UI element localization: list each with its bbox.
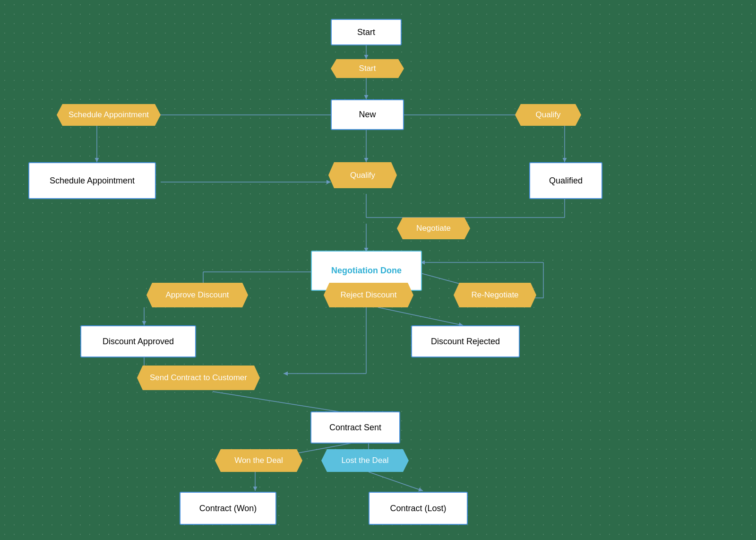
qualify-action-2-node: Qualify <box>328 162 397 188</box>
schedule-appointment-action-node: Schedule Appointment <box>57 104 161 126</box>
won-deal-action-text: Won the Deal <box>234 456 283 465</box>
negotiation-done-state-text: Negotiation Done <box>331 266 402 276</box>
qualify-action-1-node: Qualify <box>515 104 581 126</box>
renegotiate-action-node: Re-Negotiate <box>454 283 536 307</box>
start-label-text: Start <box>357 27 375 37</box>
contract-lost-state-node: Contract (Lost) <box>369 492 468 525</box>
flowchart: Start Start New Schedule Appointment Qua… <box>0 0 756 540</box>
won-deal-action-node: Won the Deal <box>215 449 302 472</box>
contract-sent-state-text: Contract Sent <box>329 423 381 433</box>
new-state-text: New <box>359 110 376 120</box>
lost-deal-action-text: Lost the Deal <box>341 456 388 465</box>
discount-rejected-state-node: Discount Rejected <box>411 325 520 357</box>
send-contract-action-text: Send Contract to Customer <box>150 373 247 383</box>
discount-approved-state-text: Discount Approved <box>103 337 174 347</box>
approve-discount-action-node: Approve Discount <box>146 283 248 307</box>
schedule-appointment-state-node: Schedule Appointment <box>28 162 156 199</box>
renegotiate-action-text: Re-Negotiate <box>471 290 518 300</box>
contract-won-state-text: Contract (Won) <box>199 504 257 514</box>
svg-line-34 <box>369 472 423 491</box>
reject-discount-action-node: Reject Discount <box>324 283 413 307</box>
svg-line-22 <box>378 307 463 325</box>
qualify-action-2-text: Qualify <box>350 171 375 180</box>
schedule-appointment-action-text: Schedule Appointment <box>69 110 149 120</box>
negotiate-action-text: Negotiate <box>416 224 451 233</box>
qualified-state-node: Qualified <box>529 162 602 199</box>
approve-discount-action-text: Approve Discount <box>165 290 229 300</box>
contract-won-state-node: Contract (Won) <box>180 492 276 525</box>
contract-sent-state-node: Contract Sent <box>310 411 400 444</box>
start-label-node: Start <box>331 19 402 45</box>
discount-rejected-state-text: Discount Rejected <box>431 337 500 347</box>
new-state-node: New <box>331 99 404 130</box>
negotiate-action-node: Negotiate <box>397 218 470 239</box>
qualified-state-text: Qualified <box>549 176 583 186</box>
lost-deal-action-node: Lost the Deal <box>321 449 409 472</box>
start-action-text: Start <box>359 64 376 73</box>
reject-discount-action-text: Reject Discount <box>340 290 396 300</box>
contract-lost-state-text: Contract (Lost) <box>390 504 446 514</box>
schedule-appointment-state-text: Schedule Appointment <box>50 176 135 186</box>
start-action-node: Start <box>331 59 404 78</box>
send-contract-action-node: Send Contract to Customer <box>137 366 260 390</box>
discount-approved-state-node: Discount Approved <box>80 325 196 357</box>
svg-line-30 <box>213 392 352 414</box>
qualify-action-1-text: Qualify <box>536 110 561 120</box>
